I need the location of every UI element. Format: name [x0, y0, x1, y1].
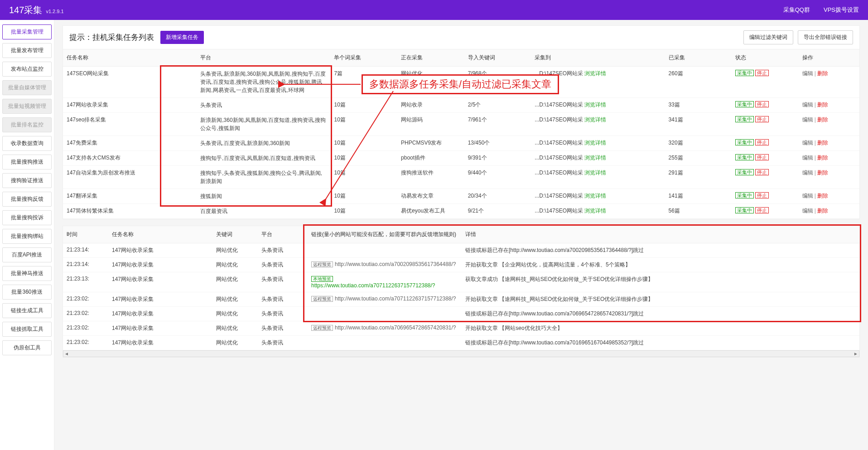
- qq-group-link[interactable]: 采集QQ群: [783, 6, 810, 14]
- log-cell-platform: 头条资讯: [258, 258, 308, 272]
- log-cell-time: 21:23:13:: [63, 272, 108, 292]
- cell-ops: 编辑|删除: [799, 204, 859, 219]
- log-cell-name: 147网站收录采集: [108, 307, 212, 321]
- sidebar-item[interactable]: 批量发布管理: [2, 43, 52, 58]
- cell-status: 采集中停止: [732, 98, 799, 113]
- status-tag: 采集中: [735, 101, 754, 107]
- sidebar-item[interactable]: 批量神马推送: [2, 266, 52, 281]
- delete-link[interactable]: 删除: [817, 102, 828, 108]
- cell-status: 采集中停止: [732, 67, 799, 98]
- col-platform: 平台: [197, 49, 330, 67]
- browse-detail-link[interactable]: 浏览详情: [584, 102, 606, 108]
- delete-link[interactable]: 删除: [817, 169, 828, 176]
- cell-status: 采集中停止: [732, 204, 799, 219]
- col-imported: 导入关键词: [464, 49, 531, 67]
- browse-detail-link[interactable]: 浏览详情: [584, 116, 606, 123]
- cell-status: 采集中停止: [732, 166, 799, 189]
- cell-collecting: PHPCMSV9发布: [397, 136, 464, 151]
- cell-collected: 255篇: [665, 151, 732, 166]
- status-tag: 采集中: [735, 116, 754, 122]
- cell-saveto: ...D:\147SEO网站采 浏览详情: [531, 151, 665, 166]
- cell-collecting: pboot插件: [397, 151, 464, 166]
- edit-link[interactable]: 编辑: [802, 193, 813, 199]
- log-cell-time: 21:23:14:: [63, 258, 108, 272]
- cell-ops: 编辑|删除: [799, 113, 859, 136]
- edit-link[interactable]: 编辑: [802, 116, 813, 123]
- cell-collected: 141篇: [665, 189, 732, 204]
- log-cell-keyword: 网站优化: [212, 258, 258, 272]
- log-cell-keyword: 网站优化: [212, 336, 258, 350]
- cell-imported: 9/21个: [464, 204, 531, 219]
- edit-link[interactable]: 编辑: [802, 169, 813, 176]
- delete-link[interactable]: 删除: [817, 116, 828, 123]
- sidebar-item[interactable]: 发布站点监控: [2, 62, 52, 77]
- log-cell-time: 21:23:02:: [63, 321, 108, 336]
- sidebar-item[interactable]: 搜狗验证推送: [2, 173, 52, 188]
- edit-link[interactable]: 编辑: [802, 102, 813, 108]
- browse-detail-link[interactable]: 浏览详情: [584, 155, 606, 161]
- browse-detail-link[interactable]: 浏览详情: [584, 70, 606, 77]
- sidebar-item[interactable]: 伪原创工具: [2, 340, 52, 355]
- cell-imported: 13/450个: [464, 136, 531, 151]
- cell-collected: 56篇: [665, 204, 732, 219]
- stop-button[interactable]: 停止: [755, 101, 769, 107]
- stop-button[interactable]: 停止: [755, 139, 769, 145]
- edit-link[interactable]: 编辑: [802, 70, 813, 77]
- edit-link[interactable]: 编辑: [802, 155, 813, 161]
- sidebar-item[interactable]: 链接抓取工具: [2, 322, 52, 337]
- horizontal-scrollbar[interactable]: ◄►: [63, 350, 859, 357]
- browse-detail-link[interactable]: 浏览详情: [584, 193, 606, 199]
- export-error-links-button[interactable]: 导出全部错误链接: [798, 30, 853, 44]
- browse-detail-link[interactable]: 浏览详情: [584, 169, 606, 176]
- stop-button[interactable]: 停止: [755, 116, 769, 122]
- browse-detail-link[interactable]: 浏览详情: [584, 208, 606, 214]
- delete-link[interactable]: 删除: [817, 70, 828, 77]
- delete-link[interactable]: 删除: [817, 140, 828, 146]
- log-cell-link: [308, 336, 462, 350]
- delete-link[interactable]: 删除: [817, 208, 828, 214]
- edit-filter-keywords-button[interactable]: 编辑过滤关键词: [743, 30, 793, 44]
- col-status: 状态: [732, 49, 799, 67]
- sidebar-item[interactable]: 收录数据查询: [2, 136, 52, 151]
- stop-button[interactable]: 停止: [755, 169, 769, 175]
- sidebar-item[interactable]: 批量采集管理: [2, 24, 52, 39]
- sidebar-item[interactable]: 批量搜狗推送: [2, 155, 52, 169]
- stop-button[interactable]: 停止: [755, 207, 769, 213]
- cell-collected: 33篇: [665, 98, 732, 113]
- cell-perword: 10篇: [330, 136, 397, 151]
- sidebar-item[interactable]: 链接生成工具: [2, 303, 52, 318]
- cell-collecting: 网站收录: [397, 98, 464, 113]
- log-cell-keyword: 网站优化: [212, 321, 258, 336]
- log-cell-name: 147网站收录采集: [108, 321, 212, 336]
- log-cell-link: 远程预览http://www.toutiao.com/a706965472865…: [308, 321, 462, 336]
- annotation-box-platform: [160, 65, 332, 207]
- sidebar-item[interactable]: 批量搜狗投诉: [2, 210, 52, 225]
- stop-button[interactable]: 停止: [755, 192, 769, 198]
- app-version: v1.2.9.1: [46, 9, 63, 14]
- cell-perword: 10篇: [330, 113, 397, 136]
- new-task-button[interactable]: 新增采集任务: [160, 31, 204, 44]
- cell-ops: 编辑|删除: [799, 151, 859, 166]
- status-tag: 采集中: [735, 192, 754, 198]
- sidebar-item[interactable]: 批量搜狗反馈: [2, 192, 52, 207]
- stop-button[interactable]: 停止: [755, 154, 769, 160]
- sidebar-item[interactable]: 批量搜狗绑站: [2, 229, 52, 244]
- status-tag: 采集中: [735, 207, 754, 213]
- edit-link[interactable]: 编辑: [802, 140, 813, 146]
- cell-imported: 9/440个: [464, 166, 531, 189]
- sidebar-item[interactable]: 百度API推送: [2, 247, 52, 262]
- cell-imported: 9/391个: [464, 151, 531, 166]
- vps-settings-link[interactable]: VPS拨号设置: [824, 6, 859, 14]
- delete-link[interactable]: 删除: [817, 155, 828, 161]
- sidebar-item[interactable]: 批量360推送: [2, 285, 52, 300]
- cell-status: 采集中停止: [732, 113, 799, 136]
- cell-saveto: ...D:\147SEO网站采 浏览详情: [531, 113, 665, 136]
- sidebar-item: 批量短视频管理: [2, 99, 52, 114]
- log-cell-name: 147网站收录采集: [108, 243, 212, 258]
- browse-detail-link[interactable]: 浏览详情: [584, 140, 606, 146]
- edit-link[interactable]: 编辑: [802, 208, 813, 214]
- cell-status: 采集中停止: [732, 136, 799, 151]
- delete-link[interactable]: 删除: [817, 193, 828, 199]
- stop-button[interactable]: 停止: [755, 70, 769, 76]
- preview-button[interactable]: 远程预览: [311, 325, 333, 331]
